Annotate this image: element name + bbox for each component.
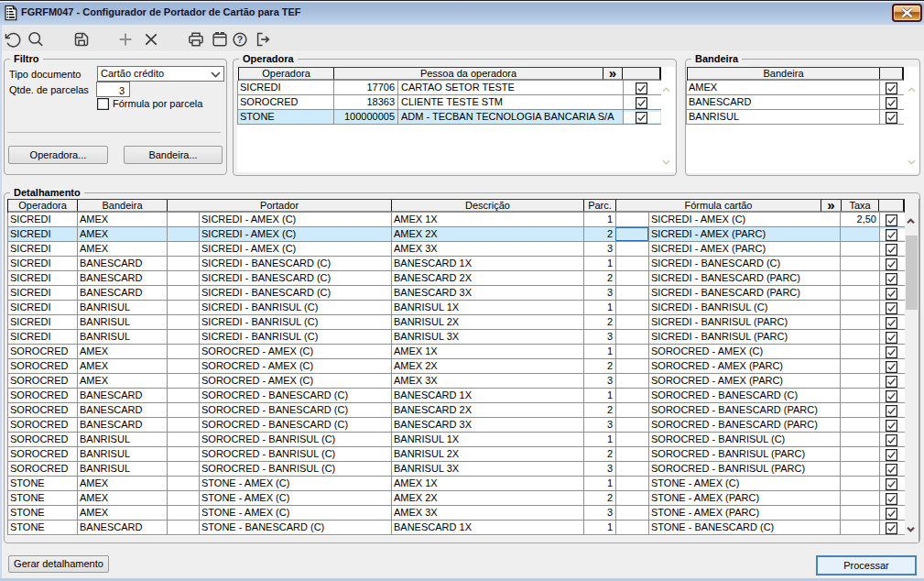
svg-text:?: ? bbox=[237, 34, 243, 45]
